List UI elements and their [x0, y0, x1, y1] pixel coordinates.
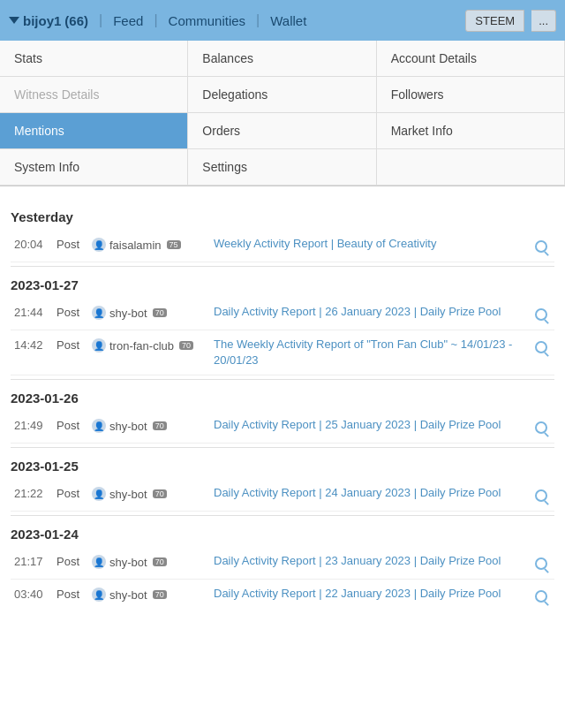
search-circle-icon — [535, 557, 547, 570]
activity-type: Post — [56, 236, 85, 251]
user-avatar-icon: 👤 — [92, 487, 106, 501]
search-icon[interactable] — [531, 304, 551, 323]
user-name: faisalamin — [109, 239, 162, 252]
steem-button[interactable]: STEEM — [465, 10, 524, 32]
activity-type: Post — [56, 586, 85, 601]
search-icon[interactable] — [531, 236, 551, 255]
activity-user[interactable]: 👤shy-bot70 — [92, 304, 207, 320]
activity-row: 14:42Post👤tron-fan-club70The Weekly Acti… — [11, 330, 554, 375]
activity-time: 20:04 — [14, 236, 49, 251]
dropdown-triangle-icon — [9, 17, 19, 24]
menu-mentions[interactable]: Mentions — [0, 113, 188, 149]
menu-account-details[interactable]: Account Details — [377, 41, 565, 77]
user-avatar-icon: 👤 — [92, 338, 106, 353]
menu-settings[interactable]: Settings — [188, 149, 376, 186]
user-name: shy-bot — [109, 307, 147, 320]
activity-title[interactable]: Weekly Activity Report | Beauty of Creat… — [214, 236, 524, 252]
section-header-yesterday: Yesterday — [11, 199, 554, 230]
user-reputation-badge: 70 — [153, 590, 167, 599]
activity-row: 21:49Post👤shy-bot70Daily Activity Report… — [11, 411, 554, 444]
nav-wallet[interactable]: Wallet — [270, 13, 306, 28]
activity-user[interactable]: 👤shy-bot70 — [92, 417, 207, 433]
menu-delegations[interactable]: Delegations — [188, 77, 376, 113]
section-header-2023-01-25: 2023-01-25 — [11, 447, 554, 479]
activity-time: 14:42 — [14, 337, 49, 352]
content-area: Yesterday20:04Post👤faisalamin75Weekly Ac… — [0, 186, 565, 620]
search-circle-icon — [535, 341, 547, 353]
activity-title[interactable]: Daily Activity Report | 23 January 2023 … — [214, 553, 524, 569]
user-reputation-badge: 70 — [153, 489, 167, 498]
menu-system-info[interactable]: System Info — [0, 149, 188, 186]
user-reputation-badge: 75 — [167, 240, 181, 249]
search-icon[interactable] — [531, 417, 551, 436]
nav-feed[interactable]: Feed — [113, 13, 143, 28]
user-reputation-badge: 70 — [153, 557, 167, 566]
activity-row: 21:17Post👤shy-bot70Daily Activity Report… — [11, 547, 554, 580]
top-navigation: bijoy1 (66) | Feed | Communities | Walle… — [0, 0, 565, 41]
menu-market-info[interactable]: Market Info — [377, 113, 565, 149]
user-name: shy-bot — [109, 556, 147, 569]
search-icon[interactable] — [531, 553, 551, 573]
activity-row: 20:04Post👤faisalamin75Weekly Activity Re… — [11, 230, 554, 262]
activity-type: Post — [56, 553, 85, 568]
activity-type: Post — [56, 485, 85, 500]
activity-title[interactable]: Daily Activity Report | 25 January 2023 … — [214, 417, 524, 433]
separator-2: | — [154, 12, 157, 28]
search-circle-icon — [535, 421, 547, 434]
menu-orders[interactable]: Orders — [188, 113, 376, 149]
user-avatar-icon: 👤 — [92, 419, 106, 433]
menu-stats[interactable]: Stats — [0, 41, 188, 77]
activity-time: 21:22 — [14, 485, 49, 500]
user-name: tron-fan-club — [109, 339, 174, 353]
brand-count: (66) — [64, 13, 88, 28]
menu-empty — [377, 149, 565, 186]
search-icon[interactable] — [531, 586, 551, 605]
user-avatar-icon: 👤 — [92, 238, 106, 252]
activity-time: 21:44 — [14, 304, 49, 319]
brand-name: bijoy1 — [23, 13, 61, 28]
activity-row: 21:22Post👤shy-bot70Daily Activity Report… — [11, 479, 554, 512]
more-button[interactable]: ... — [531, 10, 556, 32]
user-avatar-icon: 👤 — [92, 306, 106, 320]
activity-row: 03:40Post👤shy-bot70Daily Activity Report… — [11, 580, 554, 611]
separator-3: | — [256, 12, 260, 28]
user-reputation-badge: 70 — [179, 341, 193, 350]
activity-user[interactable]: 👤shy-bot70 — [92, 586, 207, 602]
activity-type: Post — [56, 417, 85, 432]
activity-time: 21:49 — [14, 417, 49, 432]
activity-title[interactable]: Daily Activity Report | 22 January 2023 … — [214, 586, 524, 602]
activity-title[interactable]: The Weekly Activity Report of "Tron Fan … — [214, 337, 524, 368]
activity-time: 21:17 — [14, 553, 49, 568]
user-name: shy-bot — [109, 588, 147, 602]
menu-followers[interactable]: Followers — [377, 77, 565, 113]
activity-type: Post — [56, 304, 85, 319]
activity-title[interactable]: Daily Activity Report | 26 January 2023 … — [214, 304, 524, 320]
user-avatar-icon: 👤 — [92, 555, 106, 569]
search-icon[interactable] — [531, 337, 551, 356]
user-avatar-icon: 👤 — [92, 588, 106, 602]
activity-user[interactable]: 👤tron-fan-club70 — [92, 337, 207, 353]
user-name: shy-bot — [109, 420, 147, 433]
menu-witness-details[interactable]: Witness Details — [0, 77, 188, 113]
menu-grid: Stats Balances Account Details Witness D… — [0, 41, 565, 186]
search-circle-icon — [535, 308, 547, 321]
brand-logo[interactable]: bijoy1 (66) — [9, 13, 88, 28]
menu-balances[interactable]: Balances — [188, 41, 376, 77]
activity-user[interactable]: 👤faisalamin75 — [92, 236, 207, 252]
user-reputation-badge: 70 — [153, 308, 167, 317]
section-header-2023-01-26: 2023-01-26 — [11, 379, 554, 411]
search-icon[interactable] — [531, 485, 551, 504]
activity-user[interactable]: 👤shy-bot70 — [92, 553, 207, 569]
search-circle-icon — [535, 489, 547, 502]
user-name: shy-bot — [109, 488, 147, 501]
activity-time: 03:40 — [14, 586, 49, 601]
user-reputation-badge: 70 — [153, 421, 167, 430]
nav-communities[interactable]: Communities — [169, 13, 246, 28]
section-header-2023-01-27: 2023-01-27 — [11, 266, 554, 298]
activity-title[interactable]: Daily Activity Report | 24 January 2023 … — [214, 485, 524, 501]
separator-1: | — [99, 12, 102, 28]
search-circle-icon — [535, 240, 547, 253]
activity-type: Post — [56, 337, 85, 352]
section-header-2023-01-24: 2023-01-24 — [11, 515, 554, 547]
activity-user[interactable]: 👤shy-bot70 — [92, 485, 207, 501]
